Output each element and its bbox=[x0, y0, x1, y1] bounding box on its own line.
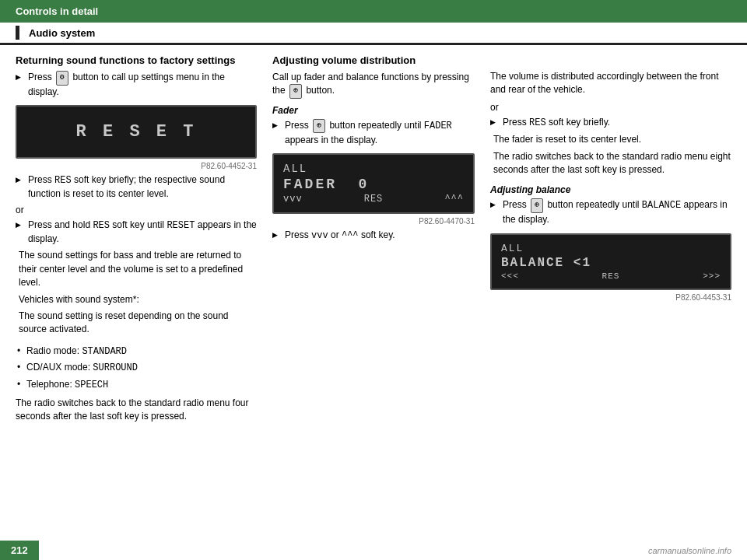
right-column: The volume is distributed accordingly be… bbox=[490, 54, 731, 527]
balance-btn-icon: ⊕ bbox=[531, 198, 543, 213]
middle-section-title: Adjusting volume distribution bbox=[272, 54, 475, 66]
radio-mode-value: STANDARD bbox=[82, 346, 127, 357]
res-key-1: RES bbox=[54, 175, 72, 186]
fader-screen-code: P82.60-4470-31 bbox=[272, 217, 475, 226]
bullet-telephone: Telephone: SPEECH bbox=[16, 378, 257, 392]
left-step-2: Press RES soft key briefly; the respecti… bbox=[16, 173, 257, 201]
middle-column: Adjusting volume distribution Call up fa… bbox=[272, 54, 475, 527]
fader-title: Fader bbox=[272, 105, 475, 116]
fader-line3: vvv RES ^^^ bbox=[283, 194, 464, 205]
vvv-key: vvv bbox=[311, 230, 328, 241]
vehicles-note: Vehicles with sound system*: bbox=[19, 293, 257, 306]
or-text-1: or bbox=[16, 205, 257, 215]
balance-step: Press ⊕ button repeatedly until BALANCE … bbox=[490, 198, 731, 226]
left-column: Returning sound functions to factory set… bbox=[16, 54, 257, 527]
settings-icon: ⚙ bbox=[56, 71, 68, 86]
res-key-3: RES bbox=[529, 117, 546, 128]
telephone-value: SPEECH bbox=[75, 380, 108, 390]
balance-display-screen: ALL BALANCE <1 <<< RES >>> bbox=[490, 233, 731, 290]
balance-left-key: <<< bbox=[501, 271, 519, 281]
left-step-3: Press and hold RES soft key until RESET … bbox=[16, 219, 257, 247]
balance-icon: ⊕ bbox=[289, 84, 302, 99]
soft-key-step: Press vvv or ^^^ soft key. bbox=[272, 229, 475, 243]
middle-intro: Call up fader and balance functions by p… bbox=[272, 71, 475, 99]
adjusting-balance-title: Adjusting balance bbox=[490, 184, 731, 195]
left-section-title: Returning sound functions to factory set… bbox=[16, 54, 257, 66]
page-number: 212 bbox=[0, 541, 39, 560]
sub-header-title: Audio system bbox=[29, 27, 95, 39]
fader-step: Press ⊕ button repeatedly until FADER ap… bbox=[272, 119, 475, 147]
caret-key: ^^^ bbox=[342, 230, 359, 241]
balance-keyword: BALANCE bbox=[642, 201, 681, 212]
radio-note-2: The radio switches back to the standard … bbox=[493, 150, 731, 177]
balance-right-key: >>> bbox=[703, 271, 721, 281]
fader-line1: ALL bbox=[283, 163, 464, 175]
res-key-2: RES bbox=[93, 220, 110, 231]
fader-display-screen: ALL FADER 0 vvv RES ^^^ bbox=[272, 153, 475, 214]
fader-keyword: FADER bbox=[424, 121, 452, 131]
sub-header: Audio system bbox=[0, 23, 747, 45]
fader-down-key: vvv bbox=[283, 194, 303, 205]
fader-center-note: The fader is reset to its center level. bbox=[493, 133, 731, 146]
sound-reset-note: The sound setting is reset depending on … bbox=[19, 310, 257, 337]
volume-note: The volume is distributed accordingly be… bbox=[490, 70, 731, 97]
or-text-2: or bbox=[490, 102, 731, 113]
watermark: carmanualsonline.info bbox=[39, 546, 747, 555]
reset-screen-code: P82.60-4452-31 bbox=[16, 162, 257, 170]
balance-line3: <<< RES >>> bbox=[501, 271, 721, 281]
radio-switches-note: The radio switches back to the standard … bbox=[16, 397, 257, 424]
reset-display-screen: R E S E T bbox=[16, 105, 257, 159]
bullet-radio-mode: Radio mode: STANDARD bbox=[16, 345, 257, 359]
balance-screen-code: P82.60-4453-31 bbox=[490, 293, 731, 302]
header-title: Controls in detail bbox=[16, 5, 98, 17]
fader-line2: FADER 0 bbox=[283, 177, 464, 192]
balance-line1: ALL bbox=[501, 243, 721, 254]
res-step: Press RES soft key briefly. bbox=[490, 116, 731, 130]
fader-icon: ⊕ bbox=[313, 119, 325, 134]
left-step-1: Press ⚙ button to call up settings menu … bbox=[16, 71, 257, 99]
bullet-cd-aux: CD/AUX mode: SURROUND bbox=[16, 361, 257, 375]
balance-res-key: RES bbox=[602, 271, 620, 281]
balance-line2: BALANCE <1 bbox=[501, 256, 721, 270]
reset-keyword: RESET bbox=[167, 220, 195, 231]
sub-header-bar-decoration bbox=[16, 26, 19, 40]
fader-up-key: ^^^ bbox=[444, 194, 464, 205]
sound-settings-note: The sound settings for bass and treble a… bbox=[19, 249, 257, 289]
fader-res-key: RES bbox=[364, 194, 384, 205]
cd-aux-value: SURROUND bbox=[93, 362, 138, 373]
page-footer: 212 carmanualsonline.info bbox=[0, 541, 747, 560]
header-bar: Controls in detail bbox=[0, 0, 747, 23]
reset-screen-text: R E S E T bbox=[30, 122, 243, 142]
